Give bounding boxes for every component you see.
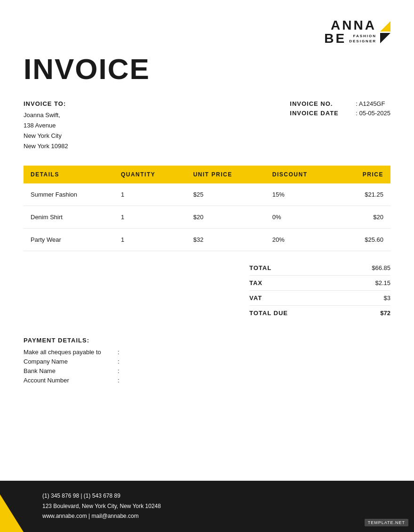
payment-field-label: Make all cheques payable to [24, 349, 118, 356]
logo-be-row: BE FASHION DESIGNER [324, 32, 376, 45]
payment-colon: : [118, 349, 119, 356]
header: ANNA BE FASHION DESIGNER [0, 0, 414, 45]
cell-price: $20 [339, 206, 390, 229]
bill-to-label: INVOICE TO: [24, 100, 68, 107]
tax-value: $2.15 [375, 279, 390, 286]
table-row: Denim Shirt 1 $20 0% $20 [24, 206, 390, 229]
col-quantity: QUANTITY [114, 166, 186, 183]
invoice-title: INVOICE [24, 55, 390, 84]
client-address3: New York 10982 [24, 141, 68, 151]
payment-title: PAYMENT DETAILS: [24, 337, 390, 344]
payment-colon: : [118, 377, 119, 384]
payment-row: Make all cheques payable to : [24, 349, 390, 356]
cell-unit-price: $20 [186, 206, 265, 229]
vat-value: $3 [384, 294, 390, 302]
totals-table: TOTAL $66.85 TAX $2.15 VAT $3 TOTAL DUE … [249, 261, 390, 320]
payment-row: Account Number : [24, 377, 390, 384]
total-value: $66.85 [372, 264, 390, 271]
invoice-date-row: INVOICE DATE : 05-05-2025 [290, 110, 390, 117]
col-unit-price: UNIT PRICE [186, 166, 265, 183]
client-address2: New York City [24, 131, 68, 141]
footer-address: 123 Boulevard, New York City, New York 1… [42, 501, 161, 512]
vat-label: VAT [249, 294, 262, 302]
total-due-value: $72 [380, 310, 390, 317]
footer-phone: (1) 345 876 98 | (1) 543 678 89 [42, 491, 161, 501]
table-header-row: DETAILS QUANTITY UNIT PRICE DISCOUNT PRI… [24, 166, 390, 183]
invoice-no-row: INVOICE NO. : A1245GF [290, 100, 390, 107]
watermark: TEMPLATE.NET [365, 519, 408, 526]
invoice-no-value: : A1245GF [356, 100, 385, 107]
payment-fields: Make all cheques payable to : Company Na… [24, 349, 390, 384]
total-row: TOTAL $66.85 [249, 261, 390, 276]
logo-area: ANNA BE FASHION DESIGNER [324, 19, 390, 45]
logo-anna: ANNA [324, 19, 376, 32]
table-section: DETAILS QUANTITY UNIT PRICE DISCOUNT PRI… [0, 166, 414, 251]
cell-price: $25.60 [339, 229, 390, 251]
cell-details: Summer Fashion [24, 183, 114, 206]
cell-quantity: 1 [114, 229, 186, 251]
svg-marker-0 [0, 494, 24, 532]
payment-row: Company Name : [24, 358, 390, 365]
tax-row: TAX $2.15 [249, 276, 390, 291]
cell-quantity: 1 [114, 183, 186, 206]
logo-triangle-container [380, 21, 390, 43]
total-due-label: TOTAL DUE [249, 310, 288, 317]
bill-to-left: INVOICE TO: Joanna Swift, 138 Avenue New… [24, 100, 68, 151]
logo-text: ANNA BE FASHION DESIGNER [324, 19, 376, 45]
payment-field-label: Company Name [24, 358, 118, 365]
bill-section: INVOICE TO: Joanna Swift, 138 Avenue New… [0, 84, 414, 161]
invoice-date-value: : 05-05-2025 [356, 110, 390, 117]
invoice-meta: INVOICE NO. : A1245GF INVOICE DATE : 05-… [290, 100, 390, 151]
cell-quantity: 1 [114, 206, 186, 229]
table-row: Party Wear 1 $32 20% $25.60 [24, 229, 390, 251]
payment-colon: : [118, 367, 119, 374]
logo-subtitle: FASHION DESIGNER [349, 33, 376, 44]
cell-unit-price: $25 [186, 183, 265, 206]
vat-row: VAT $3 [249, 291, 390, 306]
cell-discount: 20% [265, 229, 339, 251]
footer-text: (1) 345 876 98 | (1) 543 678 89 123 Boul… [42, 491, 161, 522]
cell-discount: 0% [265, 206, 339, 229]
footer: (1) 345 876 98 | (1) 543 678 89 123 Boul… [0, 481, 414, 532]
invoice-no-label: INVOICE NO. [290, 100, 346, 107]
cell-details: Denim Shirt [24, 206, 114, 229]
table-row: Summer Fashion 1 $25 15% $21.25 [24, 183, 390, 206]
payment-section: PAYMENT DETAILS: Make all cheques payabl… [0, 320, 414, 384]
cell-price: $21.25 [339, 183, 390, 206]
bill-to-info: Joanna Swift, 138 Avenue New York City N… [24, 110, 68, 151]
payment-colon: : [118, 358, 119, 365]
client-address1: 138 Avenue [24, 120, 68, 131]
invoice-table: DETAILS QUANTITY UNIT PRICE DISCOUNT PRI… [24, 166, 390, 251]
totals-section: TOTAL $66.85 TAX $2.15 VAT $3 TOTAL DUE … [0, 251, 414, 320]
triangle-yellow-icon [380, 21, 390, 32]
triangle-black-icon [380, 33, 390, 43]
footer-web: www.annabe.com | mail@annabe.com [42, 511, 161, 522]
cell-discount: 15% [265, 183, 339, 206]
total-label: TOTAL [249, 264, 271, 271]
cell-details: Party Wear [24, 229, 114, 251]
payment-field-label: Bank Name [24, 367, 118, 374]
logo-be: BE [324, 32, 346, 45]
total-due-row: TOTAL DUE $72 [249, 306, 390, 320]
col-price: PRICE [339, 166, 390, 183]
col-details: DETAILS [24, 166, 114, 183]
client-name: Joanna Swift, [24, 110, 68, 120]
invoice-title-section: INVOICE [0, 45, 414, 84]
cell-unit-price: $32 [186, 229, 265, 251]
col-discount: DISCOUNT [265, 166, 339, 183]
payment-row: Bank Name : [24, 367, 390, 374]
footer-triangle-icon [0, 494, 24, 532]
tax-label: TAX [249, 279, 263, 286]
invoice-page: ANNA BE FASHION DESIGNER INVOICE INVOICE… [0, 0, 414, 532]
payment-field-label: Account Number [24, 377, 118, 384]
invoice-date-label: INVOICE DATE [290, 110, 346, 117]
